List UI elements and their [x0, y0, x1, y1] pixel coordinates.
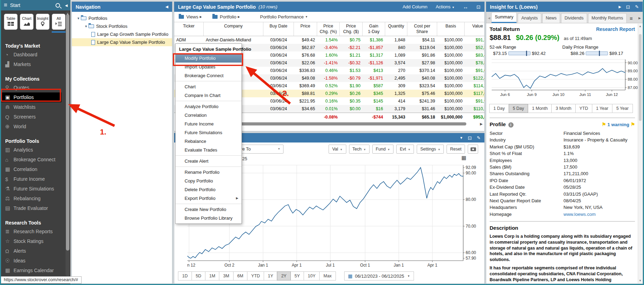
sidebar-item-future-income[interactable]: $Future Income [1, 174, 70, 184]
sidebar-scroll-up-icon[interactable]: ▲ [66, 12, 69, 15]
insight-scrollbar-thumb[interactable] [639, 34, 642, 121]
table-scroll-right-icon[interactable]: ▶ [480, 122, 483, 126]
column-header-price[interactable]: PriceChg. (%) [317, 22, 340, 36]
tabs-scroll-right-icon[interactable]: ▶ [637, 16, 642, 23]
menu-item-copy-portfolio[interactable]: Copy Portfolio [176, 177, 242, 185]
menu-item-export-portfolio[interactable]: Export Portfolio▶ [176, 194, 242, 203]
column-header-buy-date[interactable]: Buy Date [263, 22, 294, 36]
menu-item-browse-portfolio-library[interactable]: Browse Portfolio Library [176, 214, 242, 222]
column-header-value[interactable]: Value [465, 22, 484, 36]
menu-item-evaluate-trades[interactable]: Evaluate Trades [176, 146, 242, 154]
actions-button[interactable]: Actions▼ [436, 4, 455, 9]
profile-value[interactable]: www.loews.com [564, 211, 595, 218]
reset-button[interactable]: Reset [447, 145, 465, 154]
menu-item-brokerage-connect[interactable]: Brokerage Connect [176, 71, 242, 80]
tech-dropdown[interactable]: Tech▼ [349, 145, 370, 154]
tree-item-large-cap-value-sample-portfolio[interactable]: Large Cap Value Sample Portfolio [72, 38, 172, 46]
insight-period-1month[interactable]: 1 Month [528, 104, 552, 113]
tree-expander-icon[interactable]: ▼ [84, 25, 88, 28]
period-5y[interactable]: 5Y [290, 271, 304, 280]
chart-fullscreen-icon[interactable]: ⊡ [468, 135, 472, 141]
navigation-collapse-icon[interactable]: ◀ [166, 5, 168, 9]
portfolio-menu[interactable]: Portfolio [220, 14, 237, 19]
start-menu-bar[interactable]: ≡ Start ◀ [1, 0, 70, 10]
insight-period-5year[interactable]: 5 Year [612, 104, 633, 113]
sidebar-item-screeners[interactable]: QScreeners [1, 112, 70, 122]
menu-item-rebalance[interactable]: Rebalance [176, 137, 242, 146]
period-6m[interactable]: 6M [233, 271, 247, 280]
tab-dividends[interactable]: Dividends [561, 13, 587, 23]
menu-item-import-updates[interactable]: Import Updates [176, 63, 242, 71]
settings-dropdown[interactable]: Settings▼ [417, 145, 444, 154]
sidebar-item-dashboard[interactable]: ◔Dashboard [1, 50, 70, 59]
sidebar-item-earnings-calendar[interactable]: ▦Earnings Calendar [1, 266, 70, 275]
profile-info-icon[interactable]: i [508, 122, 514, 128]
menu-item-rename-portfolio[interactable]: Rename Portfolio [176, 168, 242, 177]
menu-item-modify-portfolio[interactable]: Modify Portfolio [176, 54, 242, 63]
insight-scroll-down-icon[interactable]: ▼ [638, 279, 642, 282]
sidebar-item-correlation[interactable]: ▦Correlation [1, 164, 70, 174]
menu-item-analyze-portfolio[interactable]: Analyze Portfolio [176, 102, 242, 111]
table-fullscreen-icon[interactable]: ⊡ [476, 4, 481, 10]
chart-collapse-icon[interactable]: ▼ [459, 136, 463, 140]
date-range-picker[interactable]: ▦ 06/12/2023 - 06/12/2025 ▼ [344, 271, 414, 280]
menu-item-compare-in-chart[interactable]: Compare In Chart [176, 91, 242, 100]
insight-period-5day[interactable]: 5 Day [509, 104, 528, 113]
sidebar-item-brokerage-connect[interactable]: ⌂Brokerage Connect [1, 155, 70, 164]
menu-item-create-new-portfolio[interactable]: Create New Portfolio [176, 205, 242, 214]
insight-period-1day[interactable]: 1 Day [489, 104, 509, 113]
sidebar-item-trade-evaluator[interactable]: ▤Trade Evaluator [1, 203, 70, 213]
column-header-price[interactable]: Price [294, 22, 317, 36]
menu-item-chart[interactable]: Chart [176, 82, 242, 91]
fund-dropdown[interactable]: Fund▼ [372, 145, 393, 154]
camera-snapshot-button[interactable] [468, 145, 478, 154]
calculator-icon[interactable]: ▦ [461, 155, 466, 161]
views-menu[interactable]: Views [186, 14, 198, 19]
table-header-row[interactable]: TickerCompanyBuy DatePricePriceChg. (%)P… [174, 22, 484, 36]
column-header-ticker[interactable]: Ticker [174, 22, 204, 36]
sidebar-item-research-reports[interactable]: ≣Research Reports [1, 227, 70, 236]
chart-popout-icon[interactable]: ✎ [477, 135, 481, 140]
tab-news[interactable]: News [542, 13, 560, 23]
hamburger-icon[interactable]: ≡ [4, 2, 7, 9]
table-row[interactable]: ADMArcher-Daniels-Midland03/06/24$49.421… [174, 36, 484, 44]
sidebar-item-alerts[interactable]: ΩAlerts [1, 246, 70, 256]
period-5d[interactable]: 5D [192, 271, 205, 280]
resize-columns-icon[interactable]: ↔ [463, 4, 468, 10]
sidebar-scrollbar-thumb[interactable] [66, 14, 69, 251]
sidebar-item-quotes[interactable]: ⚲Quotes [1, 83, 70, 92]
sidebar-item-stock-ratings[interactable]: ☆Stock Ratings [1, 236, 70, 246]
sidebar-item-portfolios[interactable]: ▣Portfolios [1, 92, 61, 102]
column-header-gain[interactable]: Gain1-Day [363, 22, 385, 36]
insight-scroll-up-icon[interactable]: ▲ [638, 25, 642, 28]
tabs-scroll-left-icon[interactable]: ◀ [487, 16, 491, 23]
tree-item-large-cap-growth-sample-portfolio[interactable]: Large Cap Growth Sample Portfolio [72, 30, 172, 38]
column-header-basis[interactable]: Basis [437, 22, 465, 36]
menu-item-create-alert[interactable]: Create Alert [176, 157, 242, 165]
sidebar-item-markets[interactable]: ▟Markets [1, 59, 70, 69]
val-dropdown[interactable]: Val▼ [329, 145, 346, 154]
period-3m[interactable]: 3M [219, 271, 233, 280]
column-header-cost-per[interactable]: Cost perShare [407, 22, 437, 36]
period-10y[interactable]: 10Y [304, 271, 320, 280]
tab-analysts[interactable]: Analysts [518, 13, 541, 23]
period-1m[interactable]: 1M [205, 271, 219, 280]
menu-item-future-income[interactable]: Future Income [176, 120, 242, 128]
tabs-overflow-menu-icon[interactable]: ≡ [628, 15, 635, 23]
period-ytd[interactable]: YTD [247, 271, 264, 280]
column-header-price[interactable]: PriceChg. ($) [340, 22, 363, 36]
insight-mini-chart[interactable]: 90.0089.0088.0087.00Jun 6Jun 9Jun 10Jun … [490, 57, 638, 100]
column-header-company[interactable]: Company [204, 22, 263, 36]
research-report-link[interactable]: Research Report [596, 26, 635, 32]
tree-expander-icon[interactable]: ▼ [76, 17, 81, 20]
tree-item-stock-portfolios[interactable]: ▼Stock Portfolios [72, 22, 172, 30]
sidebar-scrollbar[interactable] [66, 11, 70, 276]
sidebar-item-analytics[interactable]: ▥Analytics [1, 145, 70, 155]
sidebar-item-future-simulations[interactable]: ⚗Future Simulations [1, 184, 70, 194]
sidebar-collapse-icon[interactable]: ◀ [65, 3, 68, 7]
insight-popout-icon[interactable]: ✎ [635, 4, 639, 9]
view-button-insight[interactable]: Insight [36, 14, 50, 30]
insight-collapse-icon[interactable]: ▶ [619, 5, 621, 9]
column-header-quantity[interactable]: Quantity [385, 22, 407, 36]
add-column-button[interactable]: Add Column [402, 4, 427, 9]
